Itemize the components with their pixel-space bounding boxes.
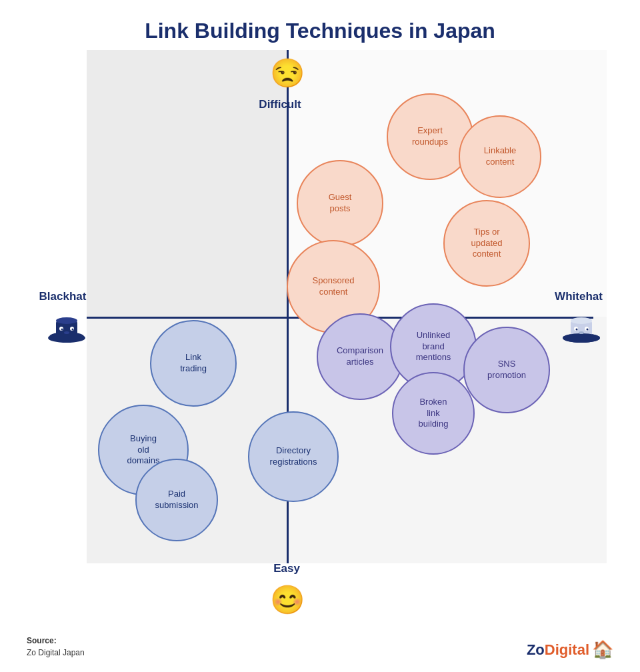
- bubble-guest-posts: Guestposts: [297, 160, 383, 247]
- bubble-directory-registrations: Directoryregistrations: [248, 411, 339, 502]
- bubble-linkable-content: Linkablecontent: [459, 115, 541, 198]
- logo-icon: 🏠: [592, 639, 613, 660]
- bubble-sns-promotion: SNSpromotion: [463, 327, 550, 413]
- logo-area: ZoDigital 🏠: [527, 639, 613, 660]
- chart-area: Difficult Easy Blackhat Whitehat 😒 😊: [33, 50, 607, 597]
- page-title: Link Building Techniques in Japan: [0, 0, 640, 50]
- bubble-paid-submission: Paidsubmission: [135, 459, 218, 541]
- logo-zo: Zo: [527, 641, 545, 658]
- bubble-link-trading: Linktrading: [150, 320, 237, 407]
- bubble-tips-updated-content: Tips orupdatedcontent: [443, 200, 530, 287]
- bubble-broken-link-building: Brokenlinkbuilding: [392, 372, 475, 455]
- source-value: Zo Digital Japan: [27, 648, 85, 657]
- source-section: Source: Zo Digital Japan: [27, 635, 85, 659]
- bubble-comparison-articles: Comparisonarticles: [317, 313, 403, 400]
- logo-digital: Digital: [545, 641, 589, 658]
- source-label: Source:: [27, 636, 57, 645]
- logo-text: ZoDigital: [527, 641, 589, 659]
